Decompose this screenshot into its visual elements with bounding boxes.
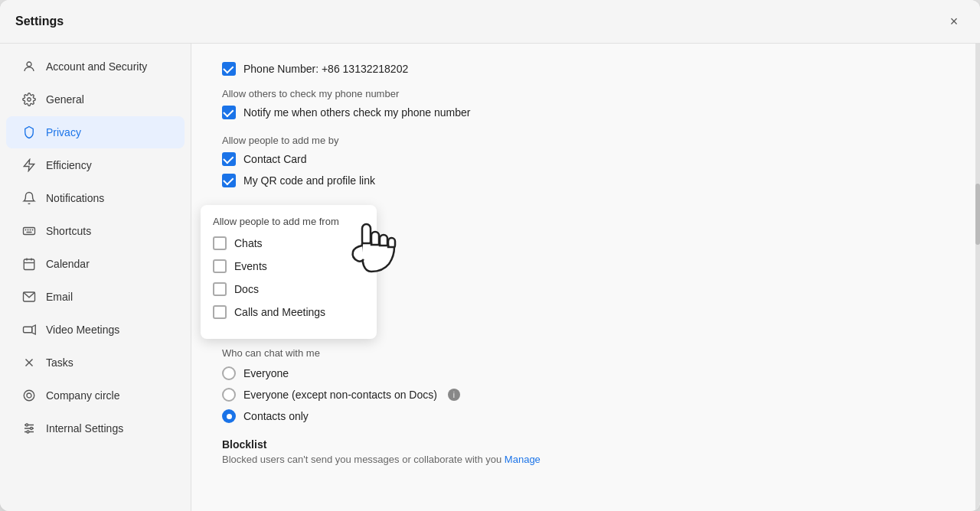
sidebar-label-shortcuts: Shortcuts bbox=[46, 225, 91, 237]
calls-meetings-checkbox[interactable] bbox=[213, 305, 227, 319]
svg-point-1 bbox=[28, 98, 31, 102]
settings-window: Settings × Account and Security bbox=[0, 0, 980, 511]
sidebar-item-privacy[interactable]: Privacy bbox=[6, 116, 185, 148]
svg-rect-3 bbox=[24, 228, 35, 235]
sidebar-label-tasks: Tasks bbox=[46, 356, 74, 369]
chats-label: Chats bbox=[234, 237, 263, 249]
radio-everyone-label: Everyone bbox=[243, 367, 289, 379]
radio-everyone-except[interactable] bbox=[222, 388, 236, 402]
svg-rect-14 bbox=[24, 327, 32, 333]
svg-point-18 bbox=[27, 393, 31, 398]
sidebar-item-video-meetings[interactable]: Video Meetings bbox=[6, 314, 185, 346]
video-icon bbox=[21, 322, 37, 337]
dropdown-item-calls-meetings: Calls and Meetings bbox=[213, 305, 364, 319]
sidebar-label-internal-settings: Internal Settings bbox=[46, 422, 123, 435]
contact-card-row: Contact Card bbox=[222, 152, 949, 166]
svg-point-19 bbox=[24, 390, 34, 401]
sidebar-item-email[interactable]: Email bbox=[6, 281, 185, 313]
sidebar-item-notifications[interactable]: Notifications bbox=[6, 182, 185, 214]
radio-everyone[interactable] bbox=[222, 366, 236, 380]
allow-add-section-label: Allow people to add me by bbox=[222, 135, 949, 146]
sidebar-item-efficiency[interactable]: Efficiency bbox=[6, 149, 185, 181]
dropdown-item-events: Events bbox=[213, 259, 364, 273]
qr-code-label: My QR code and profile link bbox=[243, 174, 375, 187]
blocklist-section: Blocklist Blocked users can't send you m… bbox=[222, 438, 949, 465]
sidebar-item-internal-settings[interactable]: Internal Settings bbox=[6, 412, 185, 444]
qr-code-row: My QR code and profile link bbox=[222, 174, 949, 187]
manage-link[interactable]: Manage bbox=[505, 454, 541, 465]
info-icon: i bbox=[448, 389, 460, 401]
circle-icon bbox=[21, 388, 37, 403]
sidebar: Account and Security General Privacy bbox=[0, 44, 191, 511]
sidebar-item-shortcuts[interactable]: Shortcuts bbox=[6, 215, 185, 247]
sidebar-item-tasks[interactable]: Tasks bbox=[6, 347, 185, 379]
dropdown-item-chats: Chats bbox=[213, 236, 364, 250]
docs-label: Docs bbox=[234, 283, 259, 295]
sidebar-label-video-meetings: Video Meetings bbox=[46, 324, 119, 336]
scrollbar-track bbox=[975, 44, 980, 511]
tasks-icon bbox=[21, 355, 37, 370]
calendar-icon bbox=[21, 256, 37, 272]
gear-icon bbox=[21, 92, 37, 107]
scrollbar-thumb[interactable] bbox=[975, 184, 980, 245]
lightning-icon bbox=[21, 158, 37, 173]
sidebar-item-general[interactable]: General bbox=[6, 83, 185, 116]
sidebar-label-efficiency: Efficiency bbox=[46, 159, 92, 171]
bell-icon bbox=[21, 190, 37, 206]
contact-card-checkbox[interactable] bbox=[222, 152, 236, 166]
notify-check-checkbox[interactable] bbox=[222, 106, 236, 119]
radio-contacts-only[interactable] bbox=[222, 409, 236, 423]
chats-checkbox[interactable] bbox=[213, 236, 227, 250]
phone-number-label: Phone Number: +86 13132218202 bbox=[243, 63, 408, 75]
blocklist-title: Blocklist bbox=[222, 438, 949, 451]
sidebar-label-account-security: Account and Security bbox=[46, 60, 147, 73]
add-from-dropdown: Allow people to add me from Chats Events… bbox=[201, 205, 377, 339]
events-checkbox[interactable] bbox=[213, 259, 227, 273]
contact-card-label: Contact Card bbox=[243, 153, 306, 165]
radio-contacts-only-row: Contacts only bbox=[222, 409, 949, 423]
sidebar-label-privacy: Privacy bbox=[46, 126, 81, 138]
radio-everyone-except-label: Everyone (except non-contacts on Docs) bbox=[243, 389, 437, 401]
calls-meetings-label: Calls and Meetings bbox=[234, 306, 325, 318]
sidebar-label-email: Email bbox=[46, 291, 73, 303]
shield-icon bbox=[21, 125, 37, 140]
svg-rect-9 bbox=[24, 259, 34, 270]
notify-check-row: Notify me when others check my phone num… bbox=[222, 106, 949, 119]
docs-checkbox[interactable] bbox=[213, 282, 227, 296]
sidebar-label-calendar: Calendar bbox=[46, 258, 90, 270]
svg-point-0 bbox=[27, 62, 31, 67]
keyboard-icon bbox=[21, 223, 37, 239]
radio-contacts-only-label: Contacts only bbox=[243, 410, 309, 422]
notify-check-label: Notify me when others check my phone num… bbox=[243, 106, 470, 119]
sidebar-item-company-circle[interactable]: Company circle bbox=[6, 379, 185, 412]
sidebar-item-calendar[interactable]: Calendar bbox=[6, 248, 185, 280]
allow-check-section-label: Allow others to check my phone number bbox=[222, 88, 949, 99]
sidebar-label-company-circle: Company circle bbox=[46, 389, 119, 402]
svg-marker-15 bbox=[32, 325, 36, 334]
events-label: Events bbox=[234, 260, 267, 272]
sidebar-item-account-security[interactable]: Account and Security bbox=[6, 50, 185, 83]
radio-everyone-row: Everyone bbox=[222, 366, 949, 380]
content-area: Account and Security General Privacy bbox=[0, 44, 980, 511]
close-button[interactable]: × bbox=[943, 11, 965, 32]
sidebar-label-general: General bbox=[46, 93, 84, 106]
person-icon bbox=[21, 59, 37, 74]
window-title: Settings bbox=[15, 15, 64, 28]
radio-everyone-except-row: Everyone (except non-contacts on Docs) i bbox=[222, 388, 949, 402]
envelope-icon bbox=[21, 289, 37, 304]
title-bar: Settings × bbox=[0, 0, 980, 44]
sidebar-label-notifications: Notifications bbox=[46, 192, 104, 204]
dropdown-panel-title: Allow people to add me from bbox=[213, 216, 364, 227]
qr-code-checkbox[interactable] bbox=[222, 174, 236, 187]
dropdown-item-docs: Docs bbox=[213, 282, 364, 296]
sliders-icon bbox=[21, 421, 37, 436]
who-can-chat-label: Who can chat with me bbox=[222, 347, 949, 359]
svg-point-23 bbox=[26, 424, 28, 426]
phone-number-checkbox[interactable] bbox=[222, 62, 236, 76]
svg-point-25 bbox=[27, 431, 29, 433]
svg-marker-2 bbox=[24, 160, 34, 171]
phone-number-row: Phone Number: +86 13132218202 bbox=[222, 62, 949, 76]
blocklist-desc: Blocked users can't send you messages or… bbox=[222, 454, 949, 465]
svg-point-24 bbox=[31, 428, 33, 430]
